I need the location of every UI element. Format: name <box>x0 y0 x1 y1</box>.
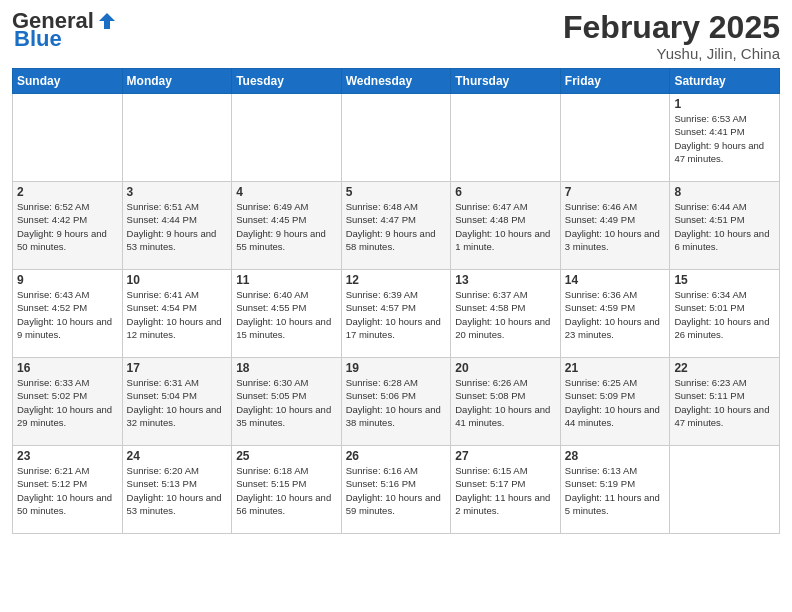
day-cell <box>232 94 342 182</box>
day-cell: 4Sunrise: 6:49 AM Sunset: 4:45 PM Daylig… <box>232 182 342 270</box>
day-cell: 11Sunrise: 6:40 AM Sunset: 4:55 PM Dayli… <box>232 270 342 358</box>
day-number: 6 <box>455 185 556 199</box>
logo: General Blue <box>12 10 118 50</box>
day-info: Sunrise: 6:41 AM Sunset: 4:54 PM Dayligh… <box>127 288 228 341</box>
day-cell: 17Sunrise: 6:31 AM Sunset: 5:04 PM Dayli… <box>122 358 232 446</box>
day-number: 25 <box>236 449 337 463</box>
day-info: Sunrise: 6:13 AM Sunset: 5:19 PM Dayligh… <box>565 464 666 517</box>
day-info: Sunrise: 6:15 AM Sunset: 5:17 PM Dayligh… <box>455 464 556 517</box>
calendar-page: General Blue February 2025 Yushu, Jilin,… <box>0 0 792 544</box>
day-info: Sunrise: 6:40 AM Sunset: 4:55 PM Dayligh… <box>236 288 337 341</box>
day-cell: 28Sunrise: 6:13 AM Sunset: 5:19 PM Dayli… <box>560 446 670 534</box>
day-info: Sunrise: 6:16 AM Sunset: 5:16 PM Dayligh… <box>346 464 447 517</box>
day-cell: 21Sunrise: 6:25 AM Sunset: 5:09 PM Dayli… <box>560 358 670 446</box>
day-cell: 5Sunrise: 6:48 AM Sunset: 4:47 PM Daylig… <box>341 182 451 270</box>
day-info: Sunrise: 6:39 AM Sunset: 4:57 PM Dayligh… <box>346 288 447 341</box>
day-info: Sunrise: 6:46 AM Sunset: 4:49 PM Dayligh… <box>565 200 666 253</box>
week-row-4: 16Sunrise: 6:33 AM Sunset: 5:02 PM Dayli… <box>13 358 780 446</box>
day-number: 10 <box>127 273 228 287</box>
day-number: 23 <box>17 449 118 463</box>
day-cell: 22Sunrise: 6:23 AM Sunset: 5:11 PM Dayli… <box>670 358 780 446</box>
day-cell: 27Sunrise: 6:15 AM Sunset: 5:17 PM Dayli… <box>451 446 561 534</box>
day-number: 11 <box>236 273 337 287</box>
day-number: 13 <box>455 273 556 287</box>
weekday-header-tuesday: Tuesday <box>232 69 342 94</box>
day-info: Sunrise: 6:33 AM Sunset: 5:02 PM Dayligh… <box>17 376 118 429</box>
day-number: 1 <box>674 97 775 111</box>
day-info: Sunrise: 6:30 AM Sunset: 5:05 PM Dayligh… <box>236 376 337 429</box>
day-number: 3 <box>127 185 228 199</box>
location: Yushu, Jilin, China <box>563 45 780 62</box>
header-right: February 2025 Yushu, Jilin, China <box>563 10 780 62</box>
day-number: 5 <box>346 185 447 199</box>
weekday-header-wednesday: Wednesday <box>341 69 451 94</box>
weekday-header-saturday: Saturday <box>670 69 780 94</box>
day-cell: 1Sunrise: 6:53 AM Sunset: 4:41 PM Daylig… <box>670 94 780 182</box>
day-info: Sunrise: 6:36 AM Sunset: 4:59 PM Dayligh… <box>565 288 666 341</box>
day-cell: 25Sunrise: 6:18 AM Sunset: 5:15 PM Dayli… <box>232 446 342 534</box>
day-cell: 9Sunrise: 6:43 AM Sunset: 4:52 PM Daylig… <box>13 270 123 358</box>
day-info: Sunrise: 6:28 AM Sunset: 5:06 PM Dayligh… <box>346 376 447 429</box>
day-cell <box>341 94 451 182</box>
logo-blue-text: Blue <box>14 28 62 50</box>
day-number: 12 <box>346 273 447 287</box>
day-info: Sunrise: 6:20 AM Sunset: 5:13 PM Dayligh… <box>127 464 228 517</box>
day-info: Sunrise: 6:21 AM Sunset: 5:12 PM Dayligh… <box>17 464 118 517</box>
day-number: 16 <box>17 361 118 375</box>
day-cell <box>451 94 561 182</box>
day-info: Sunrise: 6:31 AM Sunset: 5:04 PM Dayligh… <box>127 376 228 429</box>
day-cell: 6Sunrise: 6:47 AM Sunset: 4:48 PM Daylig… <box>451 182 561 270</box>
day-cell: 7Sunrise: 6:46 AM Sunset: 4:49 PM Daylig… <box>560 182 670 270</box>
week-row-3: 9Sunrise: 6:43 AM Sunset: 4:52 PM Daylig… <box>13 270 780 358</box>
day-cell <box>122 94 232 182</box>
weekday-header-thursday: Thursday <box>451 69 561 94</box>
day-cell: 13Sunrise: 6:37 AM Sunset: 4:58 PM Dayli… <box>451 270 561 358</box>
day-cell: 24Sunrise: 6:20 AM Sunset: 5:13 PM Dayli… <box>122 446 232 534</box>
day-info: Sunrise: 6:53 AM Sunset: 4:41 PM Dayligh… <box>674 112 775 165</box>
day-info: Sunrise: 6:23 AM Sunset: 5:11 PM Dayligh… <box>674 376 775 429</box>
day-info: Sunrise: 6:25 AM Sunset: 5:09 PM Dayligh… <box>565 376 666 429</box>
day-cell: 2Sunrise: 6:52 AM Sunset: 4:42 PM Daylig… <box>13 182 123 270</box>
day-info: Sunrise: 6:18 AM Sunset: 5:15 PM Dayligh… <box>236 464 337 517</box>
svg-marker-0 <box>99 13 115 29</box>
day-number: 27 <box>455 449 556 463</box>
weekday-header-row: SundayMondayTuesdayWednesdayThursdayFrid… <box>13 69 780 94</box>
day-number: 26 <box>346 449 447 463</box>
day-info: Sunrise: 6:26 AM Sunset: 5:08 PM Dayligh… <box>455 376 556 429</box>
month-title: February 2025 <box>563 10 780 45</box>
day-number: 14 <box>565 273 666 287</box>
day-cell: 18Sunrise: 6:30 AM Sunset: 5:05 PM Dayli… <box>232 358 342 446</box>
day-cell <box>560 94 670 182</box>
day-cell: 15Sunrise: 6:34 AM Sunset: 5:01 PM Dayli… <box>670 270 780 358</box>
day-cell: 8Sunrise: 6:44 AM Sunset: 4:51 PM Daylig… <box>670 182 780 270</box>
day-cell: 19Sunrise: 6:28 AM Sunset: 5:06 PM Dayli… <box>341 358 451 446</box>
logo-icon <box>96 10 118 32</box>
day-number: 18 <box>236 361 337 375</box>
day-info: Sunrise: 6:51 AM Sunset: 4:44 PM Dayligh… <box>127 200 228 253</box>
day-number: 20 <box>455 361 556 375</box>
day-info: Sunrise: 6:44 AM Sunset: 4:51 PM Dayligh… <box>674 200 775 253</box>
day-info: Sunrise: 6:37 AM Sunset: 4:58 PM Dayligh… <box>455 288 556 341</box>
day-info: Sunrise: 6:43 AM Sunset: 4:52 PM Dayligh… <box>17 288 118 341</box>
day-cell: 16Sunrise: 6:33 AM Sunset: 5:02 PM Dayli… <box>13 358 123 446</box>
weekday-header-monday: Monday <box>122 69 232 94</box>
weekday-header-friday: Friday <box>560 69 670 94</box>
weekday-header-sunday: Sunday <box>13 69 123 94</box>
day-cell: 10Sunrise: 6:41 AM Sunset: 4:54 PM Dayli… <box>122 270 232 358</box>
day-number: 28 <box>565 449 666 463</box>
day-number: 22 <box>674 361 775 375</box>
day-number: 8 <box>674 185 775 199</box>
day-number: 2 <box>17 185 118 199</box>
day-cell: 3Sunrise: 6:51 AM Sunset: 4:44 PM Daylig… <box>122 182 232 270</box>
day-cell <box>670 446 780 534</box>
day-info: Sunrise: 6:52 AM Sunset: 4:42 PM Dayligh… <box>17 200 118 253</box>
day-number: 9 <box>17 273 118 287</box>
header: General Blue February 2025 Yushu, Jilin,… <box>12 10 780 62</box>
day-number: 19 <box>346 361 447 375</box>
day-number: 7 <box>565 185 666 199</box>
day-cell: 23Sunrise: 6:21 AM Sunset: 5:12 PM Dayli… <box>13 446 123 534</box>
day-info: Sunrise: 6:48 AM Sunset: 4:47 PM Dayligh… <box>346 200 447 253</box>
week-row-5: 23Sunrise: 6:21 AM Sunset: 5:12 PM Dayli… <box>13 446 780 534</box>
day-number: 24 <box>127 449 228 463</box>
day-number: 17 <box>127 361 228 375</box>
